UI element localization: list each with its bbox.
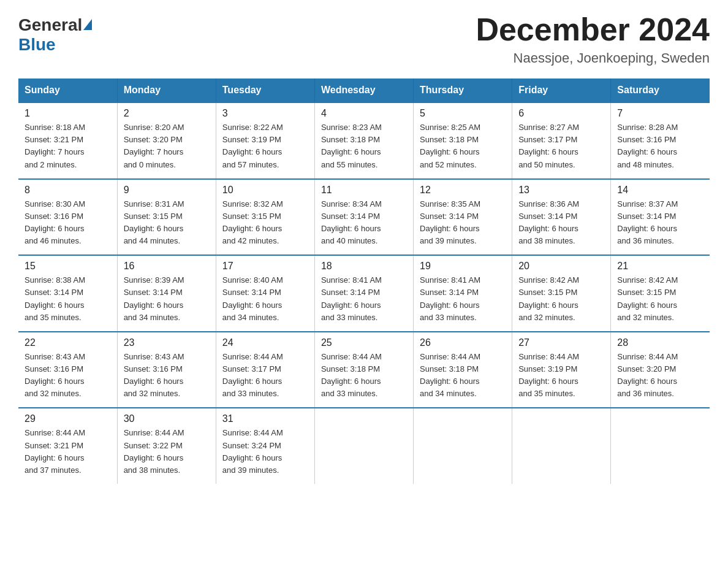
calendar-cell: 7Sunrise: 8:28 AMSunset: 3:16 PMDaylight… [611,102,710,179]
calendar-week-row: 8Sunrise: 8:30 AMSunset: 3:16 PMDaylight… [18,179,710,256]
calendar-cell: 13Sunrise: 8:36 AMSunset: 3:14 PMDayligh… [512,179,611,256]
day-number: 23 [124,337,210,348]
logo-arrow-icon [83,19,92,30]
day-info: Sunrise: 8:44 AMSunset: 3:19 PMDaylight:… [518,351,604,400]
logo-general-text: General [18,15,82,35]
day-info: Sunrise: 8:37 AMSunset: 3:14 PMDaylight:… [617,198,703,248]
day-number: 26 [420,337,506,348]
calendar-cell: 31Sunrise: 8:44 AMSunset: 3:24 PMDayligh… [216,408,314,484]
day-number: 19 [420,261,506,272]
calendar-cell: 16Sunrise: 8:39 AMSunset: 3:14 PMDayligh… [117,255,216,332]
day-number: 25 [321,337,407,348]
day-number: 16 [124,261,210,272]
day-info: Sunrise: 8:32 AMSunset: 3:15 PMDaylight:… [222,198,308,248]
header-friday: Friday [512,79,611,102]
day-info: Sunrise: 8:22 AMSunset: 3:19 PMDaylight:… [222,121,308,171]
calendar-week-row: 22Sunrise: 8:43 AMSunset: 3:16 PMDayligh… [18,332,710,408]
day-info: Sunrise: 8:42 AMSunset: 3:15 PMDaylight:… [518,274,604,324]
day-info: Sunrise: 8:34 AMSunset: 3:14 PMDaylight:… [321,198,407,248]
calendar-cell: 21Sunrise: 8:42 AMSunset: 3:15 PMDayligh… [611,255,710,332]
header-thursday: Thursday [414,79,512,102]
calendar-cell: 8Sunrise: 8:30 AMSunset: 3:16 PMDaylight… [18,179,117,256]
calendar-cell: 27Sunrise: 8:44 AMSunset: 3:19 PMDayligh… [512,332,611,408]
day-info: Sunrise: 8:38 AMSunset: 3:14 PMDaylight:… [25,274,111,324]
header-sunday: Sunday [18,79,117,102]
calendar-cell: 19Sunrise: 8:41 AMSunset: 3:14 PMDayligh… [414,255,512,332]
day-info: Sunrise: 8:44 AMSunset: 3:21 PMDaylight:… [25,427,111,477]
day-info: Sunrise: 8:41 AMSunset: 3:14 PMDaylight:… [420,274,506,324]
day-number: 4 [321,108,407,119]
day-info: Sunrise: 8:27 AMSunset: 3:17 PMDaylight:… [518,121,604,171]
day-info: Sunrise: 8:28 AMSunset: 3:16 PMDaylight:… [617,121,703,171]
calendar-cell: 12Sunrise: 8:35 AMSunset: 3:14 PMDayligh… [414,179,512,256]
day-info: Sunrise: 8:44 AMSunset: 3:18 PMDaylight:… [420,351,506,400]
day-info: Sunrise: 8:39 AMSunset: 3:14 PMDaylight:… [124,274,210,324]
day-number: 29 [25,413,111,424]
day-number: 24 [222,337,308,348]
day-number: 5 [420,108,506,119]
day-number: 12 [420,185,506,196]
day-info: Sunrise: 8:44 AMSunset: 3:22 PMDaylight:… [124,427,210,477]
calendar-cell: 20Sunrise: 8:42 AMSunset: 3:15 PMDayligh… [512,255,611,332]
day-number: 11 [321,185,407,196]
calendar-cell [611,408,710,484]
day-number: 6 [518,108,604,119]
calendar-cell [414,408,512,484]
calendar-week-row: 1Sunrise: 8:18 AMSunset: 3:21 PMDaylight… [18,102,710,179]
calendar-cell: 18Sunrise: 8:41 AMSunset: 3:14 PMDayligh… [314,255,413,332]
calendar-cell: 17Sunrise: 8:40 AMSunset: 3:14 PMDayligh… [216,255,314,332]
calendar-cell: 1Sunrise: 8:18 AMSunset: 3:21 PMDaylight… [18,102,117,179]
calendar-cell: 25Sunrise: 8:44 AMSunset: 3:18 PMDayligh… [314,332,413,408]
calendar-cell: 4Sunrise: 8:23 AMSunset: 3:18 PMDaylight… [314,102,413,179]
calendar-cell: 5Sunrise: 8:25 AMSunset: 3:18 PMDaylight… [414,102,512,179]
day-info: Sunrise: 8:44 AMSunset: 3:20 PMDaylight:… [617,351,703,400]
calendar-cell: 30Sunrise: 8:44 AMSunset: 3:22 PMDayligh… [117,408,216,484]
day-number: 17 [222,261,308,272]
logo-blue-part [82,20,92,30]
day-info: Sunrise: 8:30 AMSunset: 3:16 PMDaylight:… [25,198,111,248]
day-info: Sunrise: 8:42 AMSunset: 3:15 PMDaylight:… [617,274,703,324]
calendar-cell: 28Sunrise: 8:44 AMSunset: 3:20 PMDayligh… [611,332,710,408]
day-info: Sunrise: 8:44 AMSunset: 3:24 PMDaylight:… [222,427,308,477]
day-number: 10 [222,185,308,196]
day-info: Sunrise: 8:40 AMSunset: 3:14 PMDaylight:… [222,274,308,324]
calendar-cell [512,408,611,484]
header-saturday: Saturday [611,79,710,102]
day-number: 27 [518,337,604,348]
logo: General Blue [18,12,92,55]
calendar-cell: 23Sunrise: 8:43 AMSunset: 3:16 PMDayligh… [117,332,216,408]
day-number: 28 [617,337,703,348]
day-number: 8 [25,185,111,196]
header-tuesday: Tuesday [216,79,314,102]
day-number: 20 [518,261,604,272]
day-number: 14 [617,185,703,196]
calendar-cell [314,408,413,484]
calendar-header-row: Sunday Monday Tuesday Wednesday Thursday… [18,79,710,102]
calendar-table: Sunday Monday Tuesday Wednesday Thursday… [18,79,710,484]
day-number: 7 [617,108,703,119]
month-title: December 2024 [476,12,710,47]
day-info: Sunrise: 8:18 AMSunset: 3:21 PMDaylight:… [25,121,111,171]
day-number: 31 [222,413,308,424]
day-number: 1 [25,108,111,119]
day-number: 2 [124,108,210,119]
calendar-cell: 15Sunrise: 8:38 AMSunset: 3:14 PMDayligh… [18,255,117,332]
day-info: Sunrise: 8:43 AMSunset: 3:16 PMDaylight:… [25,351,111,400]
calendar-cell: 14Sunrise: 8:37 AMSunset: 3:14 PMDayligh… [611,179,710,256]
header-monday: Monday [117,79,216,102]
day-info: Sunrise: 8:23 AMSunset: 3:18 PMDaylight:… [321,121,407,171]
day-info: Sunrise: 8:35 AMSunset: 3:14 PMDaylight:… [420,198,506,248]
logo-blue-text: Blue [18,35,56,55]
day-info: Sunrise: 8:36 AMSunset: 3:14 PMDaylight:… [518,198,604,248]
day-info: Sunrise: 8:43 AMSunset: 3:16 PMDaylight:… [124,351,210,400]
header-wednesday: Wednesday [314,79,413,102]
calendar-cell: 9Sunrise: 8:31 AMSunset: 3:15 PMDaylight… [117,179,216,256]
calendar-cell: 10Sunrise: 8:32 AMSunset: 3:15 PMDayligh… [216,179,314,256]
day-number: 9 [124,185,210,196]
calendar-cell: 11Sunrise: 8:34 AMSunset: 3:14 PMDayligh… [314,179,413,256]
day-info: Sunrise: 8:44 AMSunset: 3:17 PMDaylight:… [222,351,308,400]
calendar-cell: 6Sunrise: 8:27 AMSunset: 3:17 PMDaylight… [512,102,611,179]
day-number: 22 [25,337,111,348]
day-info: Sunrise: 8:31 AMSunset: 3:15 PMDaylight:… [124,198,210,248]
calendar-cell: 2Sunrise: 8:20 AMSunset: 3:20 PMDaylight… [117,102,216,179]
